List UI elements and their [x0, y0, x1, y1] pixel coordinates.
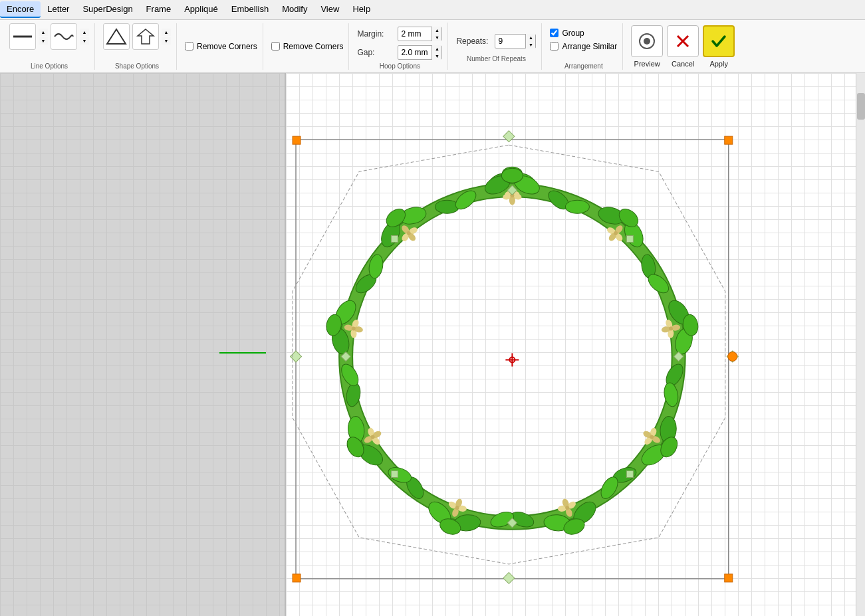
handle-bottom-right: [725, 574, 733, 582]
remove-corners-1-row: Remove Corners: [185, 42, 257, 51]
cancel-button[interactable]: Cancel: [667, 25, 699, 68]
line-spin-down[interactable]: ▼: [39, 37, 48, 45]
svg-point-23: [501, 168, 523, 183]
left-panel: [0, 73, 286, 616]
shape-spin-down[interactable]: ▼: [162, 37, 171, 45]
gap-spin-up[interactable]: ▲: [432, 45, 441, 52]
menu-bar: Encore Letter SuperDesign Frame Appliqué…: [0, 0, 865, 20]
app-window: Encore Letter SuperDesign Frame Appliqué…: [0, 0, 865, 616]
arrow-shape-button[interactable]: [132, 23, 159, 50]
margin-label: Margin:: [357, 29, 394, 39]
gap-spin-down[interactable]: ▼: [432, 52, 441, 60]
menu-applique[interactable]: Appliqué: [178, 1, 225, 18]
shape-options-section: ▲ ▼ Shape Options: [98, 23, 177, 70]
svg-rect-8: [503, 572, 515, 583]
shape-spin-up[interactable]: ▲: [162, 29, 171, 36]
menu-frame[interactable]: Frame: [140, 1, 178, 18]
arrangement-content: Group Arrange Similar: [550, 27, 617, 52]
svg-point-4: [644, 38, 650, 45]
triangle-shape-button[interactable]: [103, 23, 130, 50]
handle-top-left: [293, 136, 301, 144]
svg-rect-7: [503, 131, 515, 142]
repeats-spinners: ▲ ▼: [525, 34, 535, 49]
vertical-scrollbar[interactable]: [856, 73, 865, 616]
remove-corners-2-section: Remove Corners: [266, 23, 350, 70]
repeats-content: Repeats: ▲ ▼: [456, 34, 536, 49]
gap-label: Gap:: [357, 48, 394, 57]
remove-corners-1-section: Remove Corners: [180, 23, 263, 70]
arrangement-label: Arrangement: [550, 62, 617, 70]
radius-handle: [728, 352, 737, 361]
preview-icon: [631, 25, 663, 57]
menu-superdesign[interactable]: SuperDesign: [76, 1, 139, 18]
margin-spin-up[interactable]: ▲: [432, 27, 441, 34]
svg-point-94: [565, 200, 589, 213]
menu-letter[interactable]: Letter: [41, 1, 76, 18]
preview-button[interactable]: Preview: [631, 25, 663, 68]
line-options-buttons: ▲ ▼ ▲ ▼: [9, 23, 89, 50]
line-options-section: ▲ ▼ ▲ ▼ Line Options: [4, 23, 95, 70]
svg-point-109: [435, 200, 459, 213]
group-checkbox[interactable]: [550, 29, 558, 37]
svg-rect-118: [391, 236, 398, 243]
canvas-area[interactable]: [286, 73, 865, 616]
margin-input[interactable]: [398, 29, 432, 39]
line-indicator: [219, 352, 266, 354]
menu-modify[interactable]: Modify: [275, 1, 314, 18]
menu-help[interactable]: Help: [346, 1, 377, 18]
remove-corners-2-label: Remove Corners: [283, 42, 344, 51]
gap-spinners: ▲ ▼: [432, 45, 441, 60]
arrange-similar-label: Arrange Similar: [562, 42, 617, 51]
cancel-label: Cancel: [672, 60, 694, 68]
repeats-section: Repeats: ▲ ▼ Number Of Repeats: [451, 23, 542, 70]
wavy-spin-down[interactable]: ▼: [80, 37, 89, 45]
margin-spinners: ▲ ▼: [432, 27, 441, 41]
main-area: [0, 73, 865, 616]
straight-line-button[interactable]: [9, 23, 36, 50]
shape-options-buttons: ▲ ▼: [103, 23, 171, 50]
canvas-svg: [286, 73, 865, 616]
hoop-options-section: Margin: ▲ ▼ Gap: ▲: [352, 23, 448, 70]
apply-button[interactable]: Apply: [703, 25, 735, 68]
shape-spinner: ▲ ▼: [162, 29, 171, 45]
remove-corners-2-row: Remove Corners: [271, 42, 344, 51]
repeats-section-label: Number Of Repeats: [456, 55, 536, 62]
wavy-spin-up[interactable]: ▲: [80, 29, 89, 36]
svg-marker-2: [138, 29, 154, 44]
remove-corners-1-checkbox[interactable]: [185, 42, 193, 51]
scrollbar-thumb[interactable]: [857, 93, 865, 120]
svg-rect-116: [391, 470, 398, 477]
wavy-line-button[interactable]: [51, 23, 77, 50]
gap-input[interactable]: [398, 48, 432, 57]
arrange-similar-row: Arrange Similar: [550, 42, 617, 51]
repeats-spin-down[interactable]: ▼: [526, 41, 535, 49]
remove-corners-2-checkbox[interactable]: [271, 42, 280, 51]
menu-view[interactable]: View: [314, 1, 346, 18]
arrange-similar-checkbox[interactable]: [550, 42, 558, 51]
action-buttons-section: Preview Cancel Apply: [626, 25, 740, 68]
remove-corners-1-label: Remove Corners: [197, 42, 257, 51]
menu-embellish[interactable]: Embellish: [225, 1, 275, 18]
cancel-icon: [667, 25, 699, 57]
repeats-spin-up[interactable]: ▲: [526, 34, 535, 41]
line-spin-up[interactable]: ▲: [39, 29, 48, 36]
handle-bottom-left: [293, 574, 301, 582]
arrangement-section: Group Arrange Similar Arrangement: [545, 23, 623, 70]
crosshair: [505, 354, 519, 367]
svg-rect-114: [626, 470, 633, 477]
repeats-label: Repeats:: [456, 37, 488, 46]
menu-encore[interactable]: Encore: [0, 1, 41, 18]
handle-top-right: [725, 136, 733, 144]
margin-row: Margin: ▲ ▼: [357, 27, 442, 41]
octagon-path: [293, 145, 725, 564]
gap-row: Gap: ▲ ▼: [357, 45, 442, 60]
margin-input-group: ▲ ▼: [398, 27, 442, 41]
repeats-input[interactable]: [495, 37, 525, 46]
margin-spin-down[interactable]: ▼: [432, 34, 441, 41]
group-label: Group: [562, 29, 584, 38]
apply-icon: [703, 25, 735, 57]
svg-marker-1: [107, 29, 126, 44]
line-spinner: ▲ ▼: [39, 29, 48, 45]
repeats-row: Repeats: ▲ ▼: [456, 34, 536, 49]
wavy-spinner: ▲ ▼: [80, 29, 89, 45]
